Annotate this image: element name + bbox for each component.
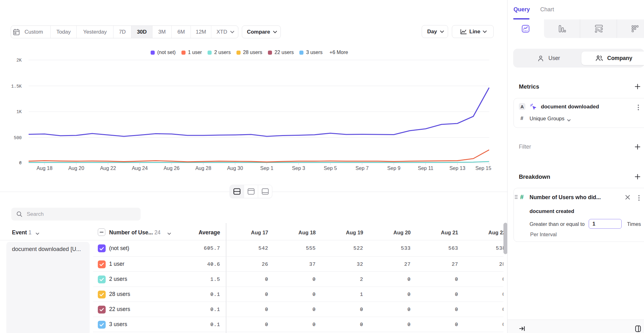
svg-text:Aug 20: Aug 20 (68, 166, 84, 171)
svg-text:Sep 11: Sep 11 (418, 166, 434, 171)
svg-text:2K: 2K (16, 58, 22, 63)
svg-text:500: 500 (14, 135, 22, 140)
svg-text:Sep 3: Sep 3 (292, 166, 305, 171)
svg-text:Sep 13: Sep 13 (449, 166, 465, 171)
svg-text:Sep 9: Sep 9 (387, 166, 401, 171)
svg-text:Sep 5: Sep 5 (324, 166, 337, 171)
svg-text:Aug 24: Aug 24 (132, 166, 148, 171)
svg-text:1K: 1K (16, 109, 22, 114)
svg-text:Aug 22: Aug 22 (100, 166, 116, 171)
svg-text:Aug 26: Aug 26 (164, 166, 180, 171)
svg-text:Aug 28: Aug 28 (195, 166, 211, 171)
svg-text:0: 0 (19, 161, 22, 166)
svg-text:Sep 15: Sep 15 (475, 166, 491, 171)
svg-text:Sep 1: Sep 1 (260, 166, 274, 171)
svg-text:Aug 30: Aug 30 (227, 166, 243, 171)
svg-text:1.5K: 1.5K (11, 84, 22, 89)
svg-text:Sep 7: Sep 7 (356, 166, 369, 171)
svg-text:Aug 18: Aug 18 (36, 166, 53, 171)
